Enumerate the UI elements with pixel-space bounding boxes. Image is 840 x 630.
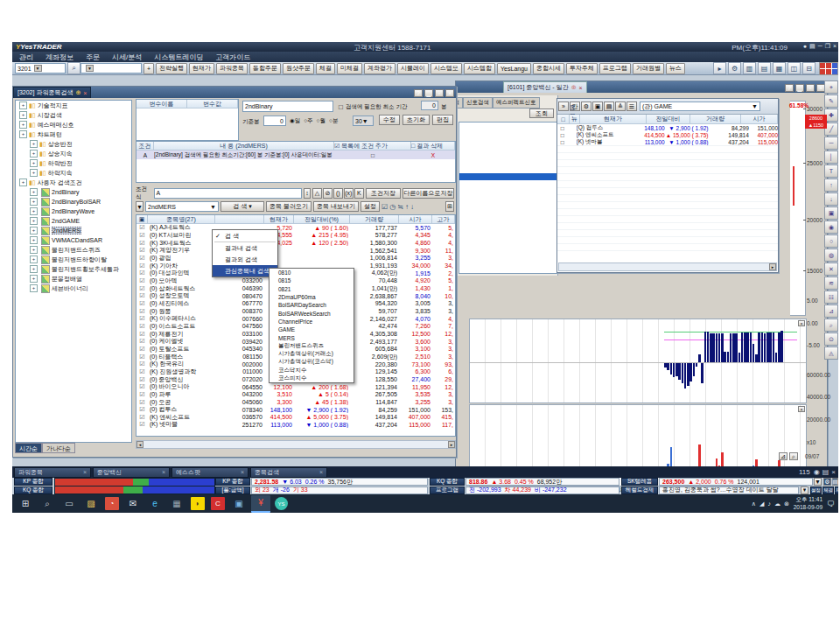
watch-toolbar-icon[interactable]: ▤ (604, 102, 614, 111)
close-icon[interactable]: × (83, 469, 87, 475)
watch-toolbar-icon[interactable]: » (558, 102, 569, 111)
chart-nav-icons[interactable]: ⊿⌕ (779, 452, 798, 460)
results-toolbar-icon[interactable]: ☑ (382, 203, 388, 211)
row-checkbox[interactable]: ☑ (136, 240, 148, 247)
condition-name-input[interactable]: 2ndBinary (242, 101, 333, 112)
save-condition-button[interactable]: 조건저장 (366, 188, 401, 199)
mdi-tab[interactable]: 중앙백신× (93, 467, 170, 478)
results-toolbar-icon[interactable]: ◷ (389, 203, 396, 211)
chart-tool-icon[interactable]: ⊿ (824, 304, 838, 318)
formula-icon[interactable]: () (333, 188, 343, 199)
signal-list-item[interactable]: 시가총액상위(코스닥) (458, 201, 557, 208)
submenu-item[interactable]: 코스닥지수 (270, 367, 354, 374)
toolbar-button[interactable]: 시스템모 (430, 63, 462, 74)
chart-window-tab[interactable]: [6101] 중앙백신 - 일간⊕× (503, 81, 587, 93)
signal-list-item[interactable]: 0821 (458, 138, 557, 145)
tree-item[interactable]: +2ndBinaryWave (16, 206, 131, 216)
watch-col-header[interactable]: 시가 (741, 115, 778, 124)
submenu-item[interactable]: ChannelPrice (270, 318, 354, 326)
results-toolbar-icon[interactable]: ↓ (410, 203, 414, 211)
minute-combo[interactable]: 30▼ (353, 116, 374, 126)
tree-item[interactable]: +▮▯예스매매신호 (16, 120, 131, 130)
toolbar-button[interactable]: 미체결 (337, 63, 362, 74)
titlebar-button[interactable]: ▤ (809, 43, 816, 50)
expand-icon[interactable]: + (30, 246, 38, 254)
min-period-checkbox[interactable]: □ (339, 103, 343, 111)
expand-icon[interactable]: + (19, 102, 27, 109)
row-checkbox[interactable]: ☑ (136, 315, 148, 322)
notification-icon[interactable]: 🗨 (827, 500, 835, 508)
close-icon[interactable]: × (83, 90, 87, 96)
watch-col-header[interactable]: 뉴 (570, 115, 580, 124)
close-icon[interactable]: × (319, 469, 323, 475)
tree-item[interactable]: +▮▯챠트패턴 (16, 130, 131, 139)
watch-group-combo[interactable]: (관) GAME▼ (640, 102, 760, 111)
row-checkbox[interactable]: ☑ (136, 270, 148, 276)
signal-tab[interactable]: 신호검색 (463, 97, 493, 108)
chart-tool-icon[interactable]: ↑ (824, 178, 838, 192)
row-checkbox[interactable]: ☑ (136, 292, 148, 299)
chart-tool-icon[interactable]: ☷ (824, 290, 838, 304)
results-col-header[interactable]: 전일대비(%) (294, 215, 350, 224)
watch-col-header[interactable]: 현재가 (580, 115, 647, 124)
row-checkbox[interactable]: ☑ (136, 354, 148, 360)
titlebar-button[interactable]: × (833, 43, 836, 50)
tray-icon[interactable]: ∧ (752, 500, 756, 508)
tree-item[interactable]: +2ndBinaryBolSAR (16, 197, 131, 206)
pin-icon[interactable]: ⊕ (571, 84, 577, 91)
formula-icon[interactable]: ⊘ (323, 188, 332, 199)
results-col-header[interactable]: 시가 (399, 215, 432, 224)
config-button[interactable]: 설정 (360, 201, 380, 212)
tree-item[interactable]: +분봉정배열 (16, 274, 131, 284)
row-checkbox[interactable]: ☑ (136, 360, 148, 368)
min-period-input[interactable]: 0 (421, 101, 438, 110)
tree-item[interactable]: +2ndBinary (16, 187, 131, 197)
expand-icon[interactable]: + (30, 159, 38, 167)
grid-icon[interactable]: ▤ (832, 478, 838, 486)
row-delete-icon[interactable]: X (411, 152, 455, 158)
results-toolbar-icon[interactable]: ↑ (405, 203, 409, 211)
row-checkbox[interactable]: □ (557, 125, 568, 131)
close-icon[interactable]: × (579, 85, 583, 91)
expand-icon[interactable]: + (19, 121, 27, 129)
pane-close-icon[interactable]: × (798, 320, 805, 326)
row-checkbox[interactable]: ☑ (136, 421, 148, 428)
toolbar-button[interactable]: 종합시세 (533, 63, 564, 74)
signal-tab[interactable]: 검색 (457, 97, 463, 108)
expand-icon[interactable]: + (30, 188, 38, 196)
row-checkbox[interactable]: ☑ (136, 399, 148, 406)
screen-number-combo[interactable]: 3201▼ (15, 63, 66, 74)
terminal-icon[interactable]: ▦ (167, 496, 186, 512)
expand-icon[interactable]: + (30, 265, 38, 273)
chart-tool-icon[interactable]: ◬ (824, 346, 838, 360)
expand-icon[interactable]: + (30, 275, 38, 283)
submenu-item[interactable]: 2DmaUP60ma (270, 293, 354, 301)
expand-icon[interactable]: + (19, 111, 27, 119)
period-radio[interactable]: ◉일 (290, 117, 300, 125)
condition-row[interactable]: A [2ndBinary] 검색에 필요한 최소기간:[60] 봉 기준봉:[0… (136, 150, 455, 159)
search-icon[interactable]: ⌕ (38, 496, 57, 512)
tree-sort-tab[interactable]: 가나다순 (42, 443, 75, 453)
results-col-header[interactable] (215, 215, 264, 224)
chart-tool-icon[interactable]: ⌖ (824, 80, 838, 94)
tree-item[interactable]: +▮▯기술적지표 (16, 101, 131, 110)
add-button[interactable]: + (144, 63, 154, 74)
pane-close-icon[interactable]: × (798, 406, 805, 412)
mdi-tab[interactable]: 파워종목× (14, 467, 91, 478)
editor-button[interactable]: 초기화 (402, 115, 430, 125)
row-checkbox[interactable]: ☑ (136, 300, 148, 307)
expand-icon[interactable]: + (19, 130, 27, 138)
results-col-header[interactable]: 고가 (432, 215, 455, 224)
row-checkbox[interactable]: ☑ (136, 331, 148, 338)
tray-icon[interactable]: ◢ (760, 500, 764, 508)
mail-icon[interactable]: ✉ (123, 496, 143, 512)
mdi-right-icon[interactable]: ▤ (822, 468, 830, 476)
spinner[interactable]: ↕ (304, 188, 311, 199)
toolbar-button[interactable]: 프로그램 (599, 63, 631, 74)
chevron-down-icon[interactable]: ▼ (814, 478, 822, 486)
period-radio[interactable]: ○월 (317, 117, 326, 125)
tree-item[interactable]: +2ndMERS (16, 226, 131, 235)
results-hscroll[interactable]: ◂▸ (136, 440, 456, 449)
submenu-item[interactable]: GAME (270, 326, 354, 333)
toolbar-icon[interactable]: ⊟ (802, 62, 816, 74)
